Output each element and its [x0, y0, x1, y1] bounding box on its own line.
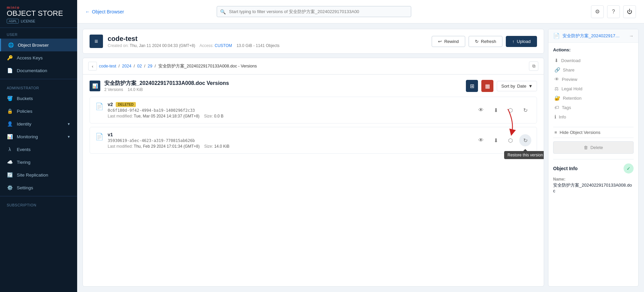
sidebar-item-documentation[interactable]: 📄 Documentation [0, 64, 77, 77]
action-legal-hold-label: Legal Hold [561, 86, 582, 91]
help-button[interactable]: ? [607, 5, 620, 18]
version-v2-modified-date: Tue, Mar 05 2024 14:18:37 (GMT+8) [134, 114, 200, 118]
settings-button[interactable]: ⚙ [591, 5, 604, 18]
content-area: ≡ code-test Created on: Thu, Jan 11 2024… [77, 23, 644, 292]
action-retention[interactable]: 🔐 Retention [553, 93, 634, 103]
created-label: Created on: [108, 43, 129, 48]
expand-icon[interactable]: → [629, 33, 634, 39]
v2-share-button[interactable]: ⬡ [504, 104, 517, 116]
sidebar-item-label: Policies [17, 109, 33, 114]
sidebar-item-policies[interactable]: 🔒 Policies [0, 105, 77, 117]
breadcrumb-back-button[interactable]: ‹ [88, 62, 97, 70]
sidebar-item-events[interactable]: λ Events [0, 143, 77, 156]
sidebar-item-object-browser[interactable]: 🌐 Object Browser [0, 39, 77, 51]
rewind-label: Rewind [444, 39, 459, 44]
sidebar-item-label: Object Browser [18, 43, 49, 48]
version-v1-info: v1 35930619-a5ec-4623-a319-770815ab626b … [108, 132, 229, 149]
back-to-object-browser[interactable]: ← Object Browser [85, 9, 124, 14]
object-info-name-value: 安全防护方案_20240229170133A008.doc [553, 182, 634, 193]
breadcrumb-part-1[interactable]: code-test [99, 64, 116, 68]
v2-restore-button[interactable]: ↻ [519, 104, 531, 116]
version-v1-dates: Last modified: Thu, Feb 29 2024 17:01:34… [108, 144, 229, 149]
object-info-title: Object Info [553, 166, 578, 171]
versions-title-row: 📊 安全防护方案_20240229170133A008.doc Versions… [90, 80, 229, 92]
list-view-button[interactable]: ▦ [481, 80, 493, 92]
sidebar-item-identity[interactable]: 👤 Identity ▼ [0, 117, 77, 130]
created-date: Thu, Jan 11 2024 00:04:33 (GMT+8) [130, 43, 195, 48]
sort-value: Date [517, 84, 526, 89]
sidebar-item-label: Site Replication [17, 173, 48, 178]
right-panel-header: 📄 安全防护方案_202402291701... → [548, 29, 638, 43]
bucket-details: code-test Created on: Thu, Jan 11 2024 0… [108, 35, 279, 48]
preview-icon: 👁 [554, 77, 559, 82]
sidebar-item-tiering[interactable]: ☁️ Tiering [0, 156, 77, 168]
sort-label: Sort by [501, 84, 515, 89]
actions-section: Actions: ⬇ Download 🔗 Share 👁 Preview [553, 47, 634, 121]
breadcrumb-part-3[interactable]: 02 [137, 64, 142, 68]
v2-preview-button[interactable]: 👁 [475, 104, 487, 116]
action-legal-hold[interactable]: ⚖ Legal Hold [553, 84, 634, 93]
breadcrumb-part-4[interactable]: 29 [148, 64, 152, 68]
sidebar-item-access-keys[interactable]: 🔑 Access Keys [0, 51, 77, 64]
center-panel: ≡ code-test Created on: Thu, Jan 11 2024… [83, 29, 544, 287]
right-panel-file-icon: 📄 [553, 33, 560, 39]
version-v1-hash: 35930619-a5ec-4623-a319-770815ab626b [108, 138, 229, 143]
v1-preview-button[interactable]: 👁 [475, 134, 487, 146]
object-info-header: Object Info ✓ [553, 163, 634, 174]
hide-versions-link[interactable]: ≡ Hide Object Versions [553, 127, 634, 138]
breadcrumb-bar: ‹ code-test / 2024 / 02 / 29 / 安全防护方案_20… [83, 58, 544, 75]
bucket-meta: Created on: Thu, Jan 11 2024 00:04:33 (G… [108, 43, 279, 48]
version-v2-hash: 0c6f180d-9f42-4994-ba19-1400296f2c33 [108, 108, 223, 113]
action-share-label: Share [563, 67, 575, 72]
action-info[interactable]: ℹ Info [553, 112, 634, 121]
breadcrumb-part-2[interactable]: 2024 [122, 64, 131, 68]
breadcrumb-filename: 安全防护方案_20240229170133A008.doc - Versions [158, 64, 257, 68]
buckets-icon: 🪣 [7, 95, 13, 101]
version-v1-left: 📄 v1 35930619-a5ec-4623-a319-770815ab626… [95, 132, 229, 149]
sidebar-item-site-replication[interactable]: 🔄 Site Replication [0, 168, 77, 181]
v1-download-button[interactable]: ⬇ [490, 134, 502, 146]
sort-button[interactable]: Sort by Date ▼ [497, 81, 537, 91]
action-preview[interactable]: 👁 Preview [553, 75, 634, 84]
delete-button[interactable]: 🗑 Delete [553, 141, 634, 154]
refresh-button[interactable]: ↻ Refresh [469, 36, 503, 47]
sidebar-item-settings[interactable]: ⚙️ Settings [0, 181, 77, 194]
version-v2-left: 📄 v2 DELETED 0c6f180d-9f42-4994-ba19-140… [95, 102, 223, 118]
chevron-down-icon: ▼ [67, 122, 70, 126]
action-tags[interactable]: 🏷 Tags [553, 103, 634, 112]
sidebar-item-label: Monitoring [17, 134, 38, 139]
main-area: ← Object Browser 🔍 ⚙ ? ⏻ ≡ code-test C [77, 0, 644, 292]
rewind-button[interactable]: ↩ Rewind [432, 36, 465, 47]
documentation-icon: 📄 [7, 67, 13, 74]
action-download[interactable]: ⬇ Download [553, 56, 634, 65]
power-button[interactable]: ⏻ [623, 5, 636, 18]
sidebar-item-label: Identity [17, 121, 32, 127]
sidebar-item-monitoring[interactable]: 📊 Monitoring ▼ [0, 130, 77, 143]
v1-share-button[interactable]: ⬡ [504, 134, 517, 146]
upload-button[interactable]: ↑ Upload [506, 36, 537, 47]
chevron-down-icon: ▼ [67, 135, 70, 139]
legal-hold-icon: ⚖ [554, 86, 559, 91]
action-share[interactable]: 🔗 Share [553, 65, 634, 75]
object-browser-icon: 🌐 [8, 42, 14, 48]
right-panel-body: Actions: ⬇ Download 🔗 Share 👁 Preview [548, 43, 638, 286]
sidebar: minio OBJECT STORE AGPL LICENSE User 🌐 O… [0, 0, 77, 292]
object-info-section: Object Info ✓ Name: 安全防护方案_2024022917013… [553, 159, 634, 193]
action-preview-label: Preview [562, 77, 577, 82]
bucket-name: code-test [108, 35, 279, 43]
version-v2-actions: 👁 ⬇ ⬡ ↻ [475, 104, 531, 116]
version-v1-modified-label: Last modified: [108, 144, 133, 149]
user-section-label: User [0, 28, 77, 39]
v1-restore-button[interactable]: ↻ [519, 134, 531, 146]
copy-path-button[interactable]: ⧉ [529, 61, 538, 71]
restore-tooltip: Restore this version [504, 151, 544, 159]
hide-versions-icon: ≡ [554, 130, 557, 135]
sidebar-item-buckets[interactable]: 🪣 Buckets [0, 92, 77, 105]
search-input[interactable] [217, 6, 411, 17]
site-replication-icon: 🔄 [7, 172, 13, 178]
v2-download-button[interactable]: ⬇ [490, 104, 502, 116]
version-v1-number: v1 [108, 132, 113, 137]
bucket-info: ≡ code-test Created on: Thu, Jan 11 2024… [90, 35, 279, 48]
grid-view-button[interactable]: ⊞ [466, 80, 478, 92]
identity-icon: 👤 [7, 121, 13, 127]
